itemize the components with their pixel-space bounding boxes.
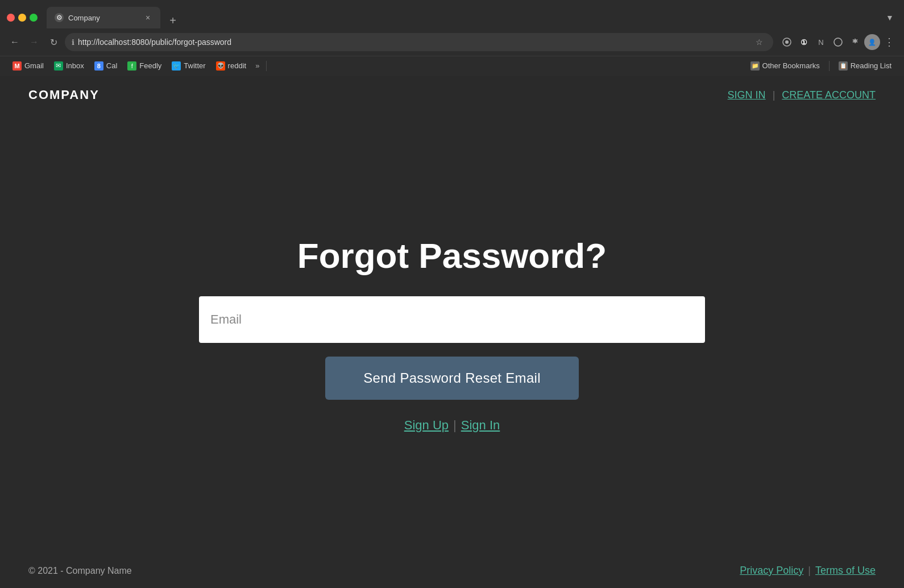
nav-separator: | — [773, 89, 776, 101]
info-icon: ℹ — [72, 38, 74, 47]
page-title: Forgot Password? — [297, 235, 607, 276]
bookmark-reddit[interactable]: 👽 reddit — [212, 59, 251, 73]
privacy-policy-link[interactable]: Privacy Policy — [740, 565, 803, 577]
minimize-window-button[interactable] — [18, 14, 26, 22]
sign-up-link[interactable]: Sign Up — [404, 418, 449, 433]
browser-tab[interactable]: ⚙ Company × — [47, 7, 160, 28]
reload-icon: ↻ — [50, 37, 57, 48]
tab-close-button[interactable]: × — [143, 13, 152, 22]
tabs-bar: ⚙ Company × + — [47, 7, 878, 28]
bookmark-other[interactable]: 📁 Other Bookmarks — [746, 59, 824, 73]
sign-in-link[interactable]: Sign In — [461, 418, 500, 433]
bookmark-inbox-label: Inbox — [66, 61, 84, 70]
send-reset-email-button[interactable]: Send Password Reset Email — [325, 357, 579, 400]
bookmarks-more-button[interactable]: » — [252, 59, 263, 72]
address-bar[interactable]: ℹ http://localhost:8080/public/forgot-pa… — [65, 33, 773, 51]
bookmark-feedly[interactable]: f Feedly — [123, 59, 166, 73]
auth-links-separator: | — [453, 418, 457, 433]
browser-chrome: ⚙ Company × + ▼ ← → ↻ ℹ http://localhost… — [0, 0, 904, 76]
bookmark-gmail[interactable]: M Gmail — [8, 59, 48, 73]
bookmark-cal-label: Cal — [106, 61, 118, 70]
twitter-favicon: 🐦 — [172, 61, 181, 71]
copyright-text: © 2021 - Company Name — [28, 566, 132, 576]
reddit-favicon: 👽 — [216, 61, 225, 71]
bookmarks-bar: M Gmail ✉ Inbox 8 Cal f Feedly 🐦 Twitter… — [0, 56, 904, 76]
extension-icon-3[interactable]: N — [813, 34, 829, 50]
star-icon[interactable]: ☆ — [752, 35, 766, 49]
title-bar: ⚙ Company × + ▼ — [0, 0, 904, 30]
maximize-window-button[interactable] — [30, 14, 38, 22]
feedly-favicon: f — [127, 61, 136, 71]
bookmark-reddit-label: reddit — [228, 61, 247, 70]
tab-title: Company — [68, 14, 139, 22]
bookmarks-divider-2 — [829, 61, 830, 71]
back-icon: ← — [10, 37, 19, 47]
bookmarks-right: 📁 Other Bookmarks 📋 Reading List — [746, 59, 896, 73]
email-input[interactable] — [199, 296, 705, 343]
bookmark-reading[interactable]: 📋 Reading List — [834, 59, 896, 73]
dropdown-arrow-icon: ▼ — [886, 13, 894, 22]
new-tab-button[interactable]: + — [165, 13, 181, 28]
gmail-favicon: M — [13, 61, 22, 71]
forward-icon: → — [30, 37, 39, 47]
bookmark-other-label: Other Bookmarks — [762, 61, 820, 70]
app-logo: COMPANY — [28, 88, 99, 102]
main-content: Forgot Password? Send Password Reset Ema… — [0, 114, 904, 588]
footer-links: Privacy Policy | Terms of Use — [740, 565, 876, 577]
extension-icon-1[interactable] — [779, 34, 795, 50]
terms-of-use-link[interactable]: Terms of Use — [815, 565, 876, 577]
browser-menu-button[interactable]: ▼ — [882, 10, 897, 25]
create-account-nav-link[interactable]: CREATE ACCOUNT — [782, 89, 876, 101]
bookmark-cal[interactable]: 8 Cal — [90, 59, 122, 73]
cal-favicon: 8 — [94, 61, 103, 71]
url-text: http://localhost:8080/public/forgot-pass… — [78, 38, 748, 47]
app-footer: © 2021 - Company Name Privacy Policy | T… — [0, 553, 904, 588]
traffic-lights — [7, 14, 38, 22]
browser-extensions: ① N 👤 ⋮ — [779, 34, 897, 50]
auth-links: Sign Up | Sign In — [404, 418, 500, 433]
svg-point-1 — [785, 40, 789, 44]
footer-links-separator: | — [808, 565, 811, 577]
address-bar-row: ← → ↻ ℹ http://localhost:8080/public/for… — [0, 30, 904, 56]
tab-favicon: ⚙ — [55, 13, 64, 22]
close-window-button[interactable] — [7, 14, 15, 22]
bookmark-feedly-label: Feedly — [139, 61, 161, 70]
forward-button[interactable]: → — [26, 34, 42, 50]
profile-avatar[interactable]: 👤 — [864, 34, 880, 50]
address-bar-actions: ☆ — [752, 35, 766, 49]
sign-in-nav-link[interactable]: SIGN IN — [728, 89, 766, 101]
bookmark-reading-label: Reading List — [851, 61, 891, 70]
inbox-favicon: ✉ — [54, 61, 63, 71]
bookmark-gmail-label: Gmail — [24, 61, 44, 70]
reload-button[interactable]: ↻ — [45, 34, 61, 50]
folder-icon: 📁 — [750, 61, 760, 71]
back-button[interactable]: ← — [7, 34, 23, 50]
extension-icon-2[interactable]: ① — [796, 34, 812, 50]
app-header: COMPANY SIGN IN | CREATE ACCOUNT — [0, 76, 904, 114]
reading-list-icon: 📋 — [839, 61, 848, 71]
browser-more-button[interactable]: ⋮ — [881, 34, 897, 50]
bookmark-twitter-label: Twitter — [184, 61, 205, 70]
bookmark-inbox[interactable]: ✉ Inbox — [49, 59, 89, 73]
extensions-button[interactable] — [847, 34, 863, 50]
bookmark-twitter[interactable]: 🐦 Twitter — [167, 59, 210, 73]
page-content: COMPANY SIGN IN | CREATE ACCOUNT Forgot … — [0, 76, 904, 588]
app-nav: SIGN IN | CREATE ACCOUNT — [728, 89, 876, 101]
extension-icon-4[interactable] — [830, 34, 846, 50]
bookmarks-divider — [266, 61, 267, 71]
